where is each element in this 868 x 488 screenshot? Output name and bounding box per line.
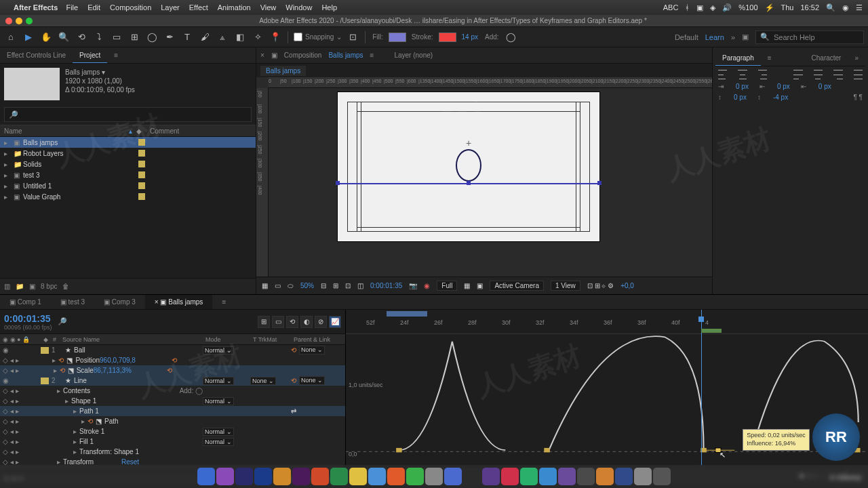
color-mgmt-icon[interactable]: ◉ [424,282,430,289]
dock-app-icon[interactable] [216,468,234,485]
dock-app-icon[interactable] [349,468,367,485]
viewer-tab[interactable]: Balls jamps [260,66,306,76]
path-handle[interactable] [597,181,601,185]
alpha-icon[interactable]: ▦ [262,282,268,289]
menu-view[interactable]: View [260,3,277,12]
selection-tool[interactable]: ▶ [22,30,35,44]
timeline-search-icon[interactable]: 🔎 [58,317,67,326]
dock-ps-icon[interactable] [254,468,272,485]
comp-thumbnail[interactable] [4,68,60,100]
volume-icon[interactable]: 🔊 [722,3,732,12]
tab-menu-icon[interactable]: ≡ [212,295,235,309]
dock-app-icon[interactable] [463,468,481,485]
resolution-dropdown[interactable]: Full [437,281,457,291]
timeline-tab[interactable]: × ▣ Balls jamps [145,295,213,309]
timeline-row[interactable]: ◇ ◂ ▸▸Fill 1Normal ⌄ [0,436,345,447]
menu-effect[interactable]: Effect [189,3,208,12]
space-after[interactable]: -4 px [773,94,788,101]
eraser-tool[interactable]: ◧ [233,30,247,44]
interpret-icon[interactable]: ▥ [4,283,10,290]
notifications-icon[interactable]: ☰ [856,3,863,12]
project-item[interactable]: ▸▣Untitled 1 [0,180,256,191]
timeline-row[interactable]: ◇ ◂ ▸▸Path 1⇄ [0,406,345,416]
panel-icon[interactable]: ▣ [742,33,749,41]
trash-icon[interactable]: 🗑 [62,283,69,290]
fill-swatch[interactable] [389,33,406,42]
project-item[interactable]: ▸▣Balls jamps [0,137,256,148]
add-button[interactable]: ◯ [505,30,518,44]
layer-panel-label[interactable]: Layer (none) [394,52,433,59]
graph-time-ruler[interactable]: 52f24f26f28f30f32f34f36f38f40f4 [346,310,868,334]
dock-app-icon[interactable] [406,468,424,485]
orbit-tool[interactable]: ⟲ [75,30,88,44]
clone-tool[interactable]: ⟁ [216,30,229,44]
anchor-icon[interactable]: + [466,138,471,148]
dock-app-icon[interactable] [482,468,500,485]
dock-finder-icon[interactable] [197,468,215,485]
dock-app-icon[interactable] [558,468,576,485]
project-search[interactable]: 🔎 [4,107,252,122]
3d-view-icon[interactable]: ▣ [477,282,483,289]
close-window-button[interactable] [5,18,12,24]
breadcrumb-comp[interactable]: Balls jamps [328,52,363,59]
tab-menu-icon[interactable]: ≡ [107,47,125,63]
search-help-input[interactable]: 🔍 Search Help [755,30,864,44]
indent-right[interactable]: 0 px [818,83,831,90]
rtl-icon[interactable]: ¶ ¶ [853,94,863,101]
lang-icon[interactable]: ABC [663,3,679,12]
dock-whatsapp-icon[interactable] [520,468,538,485]
timeline-row[interactable]: ◇ ◂ ▸▸⟲⬔Position960,0,709,8⟲ [0,355,345,365]
dock-app-icon[interactable] [539,468,557,485]
tab-project[interactable]: Project [73,47,107,63]
timeline-row[interactable]: ◇ ◂ ▸▸Transform: Shape 1 [0,447,345,457]
col-trkmat[interactable]: T TrkMat [250,336,291,343]
zoom-window-button[interactable] [26,18,33,24]
workspace-dropdown[interactable]: Default [675,33,698,41]
camera-tool[interactable]: ▭ [110,30,123,44]
wifi-icon[interactable]: ◈ [710,3,715,12]
mask-icon[interactable]: ⬭ [288,282,294,290]
draft3d-icon[interactable]: ▭ [272,316,284,328]
tab-effect-controls[interactable]: Effect Controls Line [0,47,73,63]
comp-name[interactable]: Balls jamps ▾ [65,68,135,77]
time-navigator[interactable] [387,311,427,317]
grid-icon[interactable]: ⊞ [333,282,338,289]
view-opts-icon[interactable]: ⊡ ⊞ ⟐ ⚙ [587,282,614,289]
pan-behind-tool[interactable]: ⊞ [127,30,141,44]
comp-flowchart-icon[interactable]: ⊞ [258,316,270,328]
brush-tool[interactable]: 🖌 [198,30,212,44]
justify-center-icon[interactable] [814,70,823,79]
col-name[interactable]: Name [0,127,129,135]
timeline-row[interactable]: ◉2★LineNormal ⌄None ⌄⟲None ⌄ [0,375,345,386]
ruler-vertical[interactable]: |50|100|150 |200|250|300 |350|400 [256,88,269,277]
snapping-toggle[interactable]: Snapping ⌄ [294,33,342,41]
dock-app-icon[interactable] [387,468,405,485]
graph-editor-button[interactable]: 📈 [329,316,341,328]
roto-tool[interactable]: ✧ [251,30,264,44]
camera-dropdown[interactable]: Active Camera [490,281,544,291]
menu-animation[interactable]: Animation [218,3,251,12]
guides-icon[interactable]: ⊡ [345,282,351,289]
snapshot-icon[interactable]: 📷 [409,282,417,289]
current-time[interactable]: 0:00:01:35 [370,282,402,289]
overflow-icon[interactable]: » [848,50,865,66]
shape-tool[interactable]: ◯ [145,30,159,44]
project-item[interactable]: ▸▣Value Graph [0,191,256,202]
dock-settings-icon[interactable] [634,468,652,485]
first-line-indent[interactable]: 0 px [777,83,790,90]
col-source[interactable]: Source Name [60,336,203,343]
ball-shape[interactable] [456,149,481,182]
dock-app-icon[interactable] [330,468,348,485]
playhead-line[interactable] [701,310,702,466]
dropbox-icon[interactable]: ▣ [696,3,703,12]
view-count[interactable]: 1 View [551,281,580,291]
bpc-toggle[interactable]: 8 bpc [41,283,57,290]
pen-tool[interactable]: ✒ [163,30,176,44]
new-comp-icon[interactable]: ▣ [29,283,35,290]
dock-app-icon[interactable] [501,468,519,485]
justify-right-icon[interactable] [833,70,842,79]
align-left-icon[interactable] [718,70,727,79]
timeline-tab[interactable]: ▣ Comp 3 [94,295,145,309]
menu-help[interactable]: Help [321,3,337,12]
siri-icon[interactable]: ◉ [842,3,849,12]
